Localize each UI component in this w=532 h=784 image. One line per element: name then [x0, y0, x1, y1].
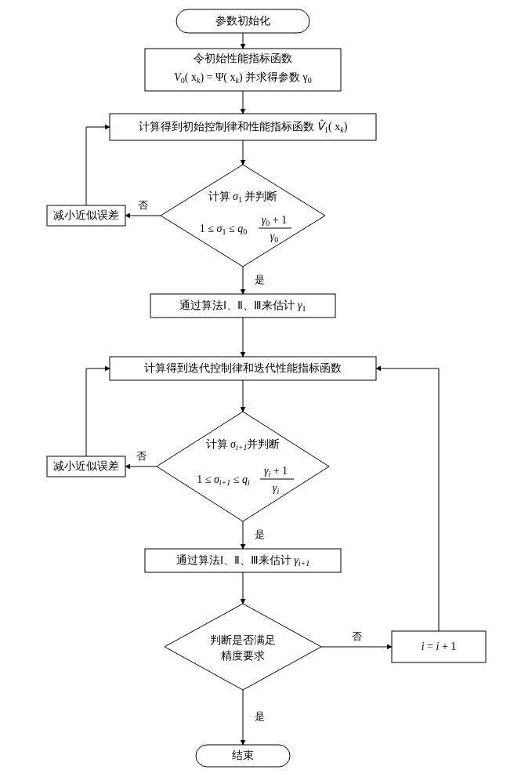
dec2-no-label: 否	[136, 450, 147, 462]
node-calc-iter: 计算得到迭代控制律和迭代性能指标函数	[110, 357, 376, 380]
node-reduce-1: 减小近似误差	[47, 205, 125, 226]
node-decision-2: 计算 σi+1并判断 1 ≤ σi+1 ≤ qi γi + 1 γi	[157, 412, 329, 521]
dec1-frac-top: γ0 + 1	[262, 214, 287, 227]
calc-init-text: 计算得到初始控制律和性能指标函数 V̂1( xk)	[139, 119, 348, 134]
node-calc-init: 计算得到初始控制律和性能指标函数 V̂1( xk)	[110, 114, 376, 140]
node-decision-3: 判断是否满足 精度要求	[165, 604, 321, 690]
node-increment: i = i + 1	[392, 631, 486, 662]
reduce1-label: 减小近似误差	[53, 209, 119, 221]
calc-iter-label: 计算得到迭代控制律和迭代性能指标函数	[144, 362, 342, 374]
node-end: 结束	[196, 745, 290, 767]
svg-marker-8	[157, 412, 329, 521]
node-start: 参数初始化	[176, 9, 309, 33]
dec3-no-label: 否	[352, 630, 362, 642]
dec1-yes-label: 是	[255, 274, 265, 285]
dec1-line1: 计算 σ1 并判断	[208, 191, 278, 204]
init-fn-eq: V0( xk) = Ψ( xk) 并求得参数 γ0	[174, 71, 312, 85]
node-est-2: 通过算法Ⅰ、Ⅱ、Ⅲ来估计 γi+1	[145, 549, 341, 572]
dec1-no-label: 否	[138, 199, 148, 211]
svg-marker-3	[161, 165, 325, 267]
dec3-line1: 判断是否满足	[210, 634, 276, 646]
svg-marker-12	[165, 604, 321, 690]
est1-text: 通过算法Ⅰ、Ⅱ、Ⅲ来估计 γ1	[179, 299, 306, 313]
start-label: 参数初始化	[215, 15, 270, 27]
inc-eq: i = i + 1	[422, 641, 457, 652]
node-reduce-2: 减小近似误差	[47, 456, 125, 477]
dec3-yes-label: 是	[255, 710, 265, 722]
init-fn-line1: 令初始性能指标函数	[194, 53, 292, 64]
est2-text: 通过算法Ⅰ、Ⅱ、Ⅲ来估计 γi+1	[176, 554, 310, 568]
edge-reduce1-calcinit	[86, 127, 110, 205]
edge-inc-calciter	[376, 368, 439, 631]
dec3-line2: 精度要求	[221, 650, 265, 662]
edge-reduce2-calciter	[86, 368, 110, 456]
node-decision-1: 计算 σ1 并判断 1 ≤ σ1 ≤ q0 γ0 + 1 γ0	[161, 165, 325, 267]
node-est-1: 通过算法Ⅰ、Ⅱ、Ⅲ来估计 γ1	[150, 294, 335, 318]
reduce2-label: 减小近似误差	[53, 460, 119, 472]
dec2-frac-top: γi + 1	[264, 465, 288, 478]
dec2-yes-label: 是	[255, 528, 265, 540]
flowchart: 参数初始化 令初始性能指标函数 V0( xk) = Ψ( xk) 并求得参数 γ…	[0, 0, 532, 784]
node-init-fn: 令初始性能指标函数 V0( xk) = Ψ( xk) 并求得参数 γ0	[145, 49, 341, 91]
end-label: 结束	[232, 750, 254, 761]
